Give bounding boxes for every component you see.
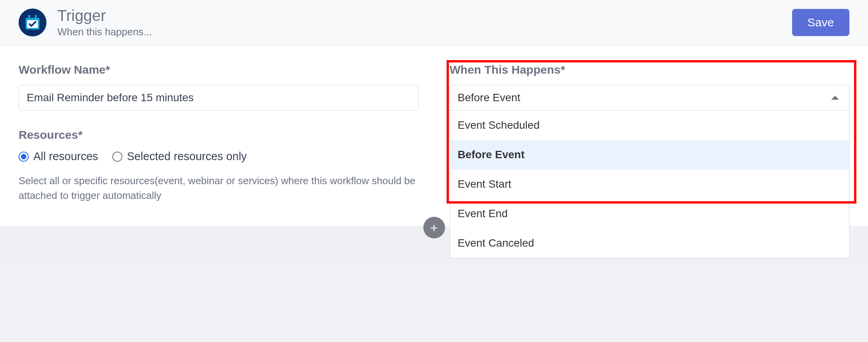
dropdown-option-event-start[interactable]: Event Start xyxy=(450,169,849,199)
dropdown-option-before-event[interactable]: Before Event xyxy=(450,140,849,169)
radio-all-resources-label: All resources xyxy=(33,150,98,163)
resources-label: Resources* xyxy=(19,128,419,142)
radio-all-resources-input[interactable] xyxy=(19,152,29,162)
dropdown-option-event-canceled[interactable]: Event Canceled xyxy=(450,228,849,258)
trigger-header: Trigger When this happens... Save xyxy=(0,0,868,45)
radio-all-resources[interactable]: All resources xyxy=(19,150,98,163)
workflow-form-card: Workflow Name* Resources* All resources … xyxy=(0,45,868,226)
form-right-column: When This Happens* Before Event Event Sc… xyxy=(450,63,850,203)
add-step-button[interactable]: + xyxy=(423,217,445,238)
workflow-name-input[interactable] xyxy=(19,85,419,111)
dropdown-option-event-end[interactable]: Event End xyxy=(450,199,849,228)
svg-rect-3 xyxy=(35,15,37,19)
header-left: Trigger When this happens... xyxy=(19,7,152,38)
save-button[interactable]: Save xyxy=(792,9,849,36)
dropdown-option-event-scheduled[interactable]: Event Scheduled xyxy=(450,111,849,140)
calendar-check-icon xyxy=(19,9,46,36)
radio-selected-resources[interactable]: Selected resources only xyxy=(112,150,247,163)
plus-icon: + xyxy=(430,220,438,235)
page-subtitle: When this happens... xyxy=(57,26,152,38)
page-title: Trigger xyxy=(57,7,152,24)
when-happens-dropdown-list: Event Scheduled Before Event Event Start… xyxy=(450,111,850,258)
radio-selected-resources-input[interactable] xyxy=(112,152,122,162)
resources-block: Resources* All resources Selected resour… xyxy=(19,128,419,203)
workflow-name-label: Workflow Name* xyxy=(19,63,419,76)
when-happens-label: When This Happens* xyxy=(450,63,850,76)
chevron-up-icon xyxy=(831,96,839,100)
when-happens-selected-value: Before Event xyxy=(458,92,521,104)
when-happens-dropdown[interactable]: Before Event xyxy=(450,85,850,111)
resources-radio-group: All resources Selected resources only xyxy=(19,150,419,163)
resources-helper-text: Select all or specific resources(event, … xyxy=(19,174,419,203)
svg-rect-2 xyxy=(28,15,30,19)
form-left-column: Workflow Name* Resources* All resources … xyxy=(19,63,419,203)
radio-selected-resources-label: Selected resources only xyxy=(127,150,247,163)
when-this-happens-block: When This Happens* Before Event Event Sc… xyxy=(450,63,850,111)
title-block: Trigger When this happens... xyxy=(57,7,152,38)
